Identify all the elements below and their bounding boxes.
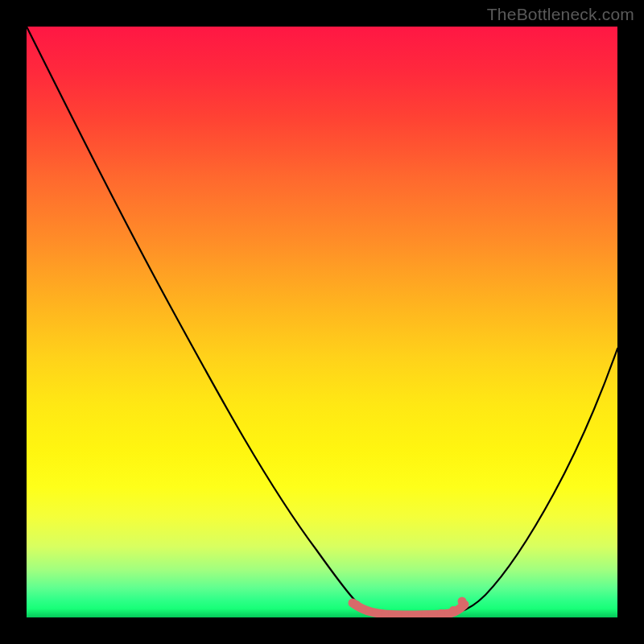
watermark-text: TheBottleneck.com bbox=[487, 5, 634, 24]
right-curve bbox=[460, 349, 617, 612]
left-curve bbox=[27, 27, 374, 612]
highlight-dot-6 bbox=[437, 609, 445, 617]
chart-svg bbox=[27, 27, 617, 617]
highlight-dot-7 bbox=[449, 606, 457, 614]
highlight-dot-2 bbox=[365, 607, 373, 615]
highlight-dot-1 bbox=[353, 601, 361, 609]
